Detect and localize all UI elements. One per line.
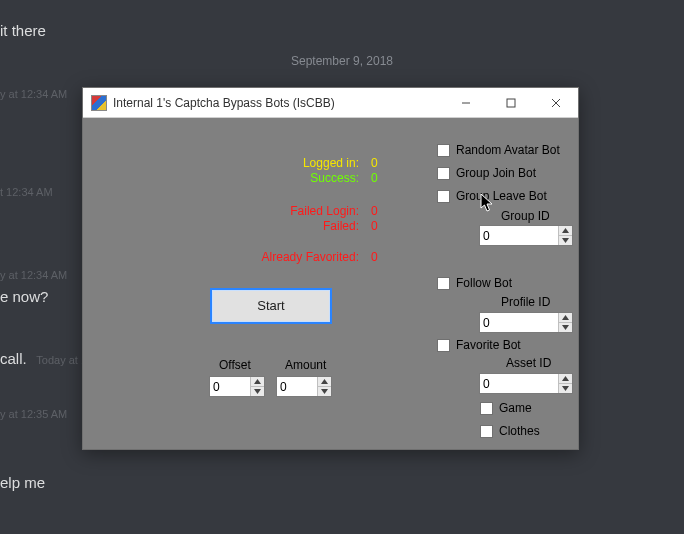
checkbox-icon: [437, 277, 450, 290]
asset-id-input[interactable]: [480, 374, 558, 393]
asset-id-stepper[interactable]: [479, 373, 573, 394]
profile-id-stepper[interactable]: [479, 312, 573, 333]
titlebar[interactable]: Internal 1's Captcha Bypass Bots (IsCBB): [83, 88, 578, 118]
minimize-button[interactable]: [443, 88, 488, 117]
logged-in-value: 0: [371, 156, 391, 171]
group-id-input[interactable]: [480, 226, 558, 245]
clothes-label: Clothes: [499, 424, 540, 438]
logged-in-label: Logged in:: [201, 156, 371, 171]
amount-down-icon[interactable]: [318, 387, 331, 396]
game-checkbox[interactable]: Game: [480, 401, 532, 415]
chat-text: it there: [0, 22, 46, 39]
group-id-down-icon[interactable]: [559, 236, 572, 245]
app-window: Internal 1's Captcha Bypass Bots (IsCBB)…: [82, 87, 579, 450]
group-leave-checkbox[interactable]: Group Leave Bot: [437, 189, 547, 203]
asset-id-down-icon[interactable]: [559, 384, 572, 393]
success-label: Success:: [201, 171, 371, 186]
favorite-checkbox[interactable]: Favorite Bot: [437, 338, 521, 352]
asset-id-up-icon[interactable]: [559, 374, 572, 384]
failed-login-label: Failed Login:: [201, 204, 371, 219]
checkbox-icon: [437, 167, 450, 180]
follow-label: Follow Bot: [456, 276, 512, 290]
checkbox-icon: [437, 144, 450, 157]
chat-timestamp: y at 12:35 AM: [0, 408, 67, 420]
failed-value: 0: [371, 219, 391, 234]
asset-id-label: Asset ID: [506, 356, 551, 370]
group-join-checkbox[interactable]: Group Join Bot: [437, 166, 536, 180]
checkbox-icon: [437, 190, 450, 203]
random-avatar-checkbox[interactable]: Random Avatar Bot: [437, 143, 560, 157]
window-title: Internal 1's Captcha Bypass Bots (IsCBB): [113, 96, 443, 110]
profile-id-down-icon[interactable]: [559, 323, 572, 332]
offset-stepper[interactable]: [209, 376, 265, 397]
app-icon: [91, 95, 107, 111]
amount-stepper[interactable]: [276, 376, 332, 397]
amount-input[interactable]: [277, 377, 317, 396]
already-favorited-label: Already Favorited:: [201, 250, 371, 265]
success-value: 0: [371, 171, 391, 186]
chat-timestamp: y at 12:34 AM: [0, 269, 67, 281]
chat-text: elp me: [0, 474, 45, 491]
offset-up-icon[interactable]: [251, 377, 264, 387]
svg-rect-1: [507, 99, 515, 107]
group-id-stepper[interactable]: [479, 225, 573, 246]
chat-text: call.: [0, 350, 27, 367]
offset-label: Offset: [219, 358, 251, 372]
chat-timestamp: t 12:34 AM: [0, 186, 53, 198]
checkbox-icon: [480, 402, 493, 415]
failed-label: Failed:: [201, 219, 371, 234]
failed-login-value: 0: [371, 204, 391, 219]
group-id-up-icon[interactable]: [559, 226, 572, 236]
checkbox-icon: [480, 425, 493, 438]
profile-id-input[interactable]: [480, 313, 558, 332]
clothes-checkbox[interactable]: Clothes: [480, 424, 540, 438]
close-button[interactable]: [533, 88, 578, 117]
group-join-label: Group Join Bot: [456, 166, 536, 180]
chat-text: e now?: [0, 288, 48, 305]
offset-down-icon[interactable]: [251, 387, 264, 396]
profile-id-up-icon[interactable]: [559, 313, 572, 323]
date-divider: September 9, 2018: [0, 54, 684, 68]
favorite-label: Favorite Bot: [456, 338, 521, 352]
maximize-button[interactable]: [488, 88, 533, 117]
already-favorited-value: 0: [371, 250, 391, 265]
start-button[interactable]: Start: [210, 288, 332, 324]
group-id-label: Group ID: [501, 209, 550, 223]
amount-label: Amount: [285, 358, 326, 372]
random-avatar-label: Random Avatar Bot: [456, 143, 560, 157]
amount-up-icon[interactable]: [318, 377, 331, 387]
offset-input[interactable]: [210, 377, 250, 396]
chat-timestamp: Today at 1: [36, 354, 87, 366]
checkbox-icon: [437, 339, 450, 352]
game-label: Game: [499, 401, 532, 415]
follow-checkbox[interactable]: Follow Bot: [437, 276, 512, 290]
profile-id-label: Profile ID: [501, 295, 550, 309]
group-leave-label: Group Leave Bot: [456, 189, 547, 203]
chat-timestamp: y at 12:34 AM: [0, 88, 67, 100]
client-area: Logged in: 0 Success: 0 Failed Login: 0 …: [83, 118, 578, 449]
stats-block: Logged in: 0 Success: 0 Failed Login: 0 …: [201, 156, 401, 265]
